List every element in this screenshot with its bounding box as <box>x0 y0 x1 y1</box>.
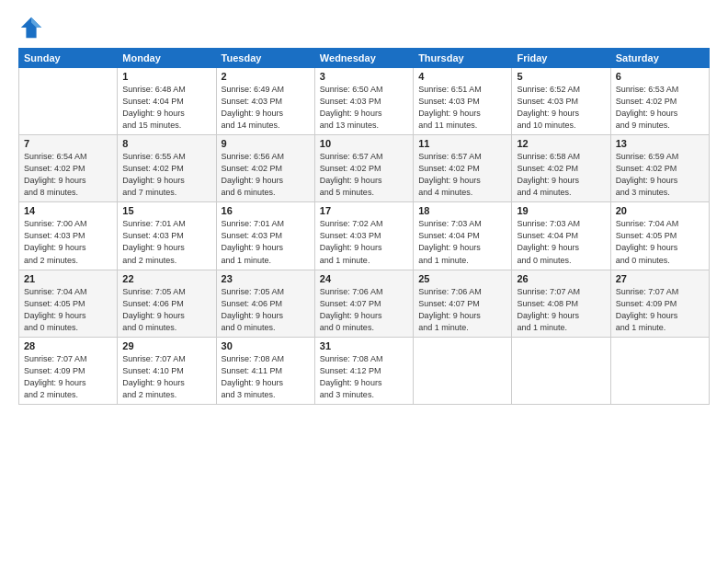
week-row-5: 28Sunrise: 7:07 AM Sunset: 4:09 PM Dayli… <box>19 337 710 404</box>
day-number: 5 <box>517 71 605 82</box>
day-cell: 15Sunrise: 7:01 AM Sunset: 4:03 PM Dayli… <box>118 202 216 270</box>
day-info: Sunrise: 6:51 AM Sunset: 4:03 PM Dayligh… <box>418 84 506 132</box>
day-number: 16 <box>222 205 310 216</box>
day-info: Sunrise: 7:05 AM Sunset: 4:06 PM Dayligh… <box>122 286 210 334</box>
day-number: 27 <box>616 273 704 284</box>
week-row-4: 21Sunrise: 7:04 AM Sunset: 4:05 PM Dayli… <box>19 270 710 337</box>
day-number: 21 <box>24 273 112 284</box>
day-cell: 7Sunrise: 6:54 AM Sunset: 4:02 PM Daylig… <box>19 135 118 202</box>
day-cell: 23Sunrise: 7:05 AM Sunset: 4:06 PM Dayli… <box>216 270 314 337</box>
day-number: 24 <box>320 273 408 284</box>
day-cell: 29Sunrise: 7:07 AM Sunset: 4:10 PM Dayli… <box>118 337 216 404</box>
day-cell: 27Sunrise: 7:07 AM Sunset: 4:09 PM Dayli… <box>610 270 709 337</box>
day-info: Sunrise: 7:06 AM Sunset: 4:07 PM Dayligh… <box>418 286 506 334</box>
day-info: Sunrise: 7:03 AM Sunset: 4:04 PM Dayligh… <box>517 218 605 266</box>
day-info: Sunrise: 7:06 AM Sunset: 4:07 PM Dayligh… <box>320 286 408 334</box>
day-cell <box>512 337 610 404</box>
day-cell: 5Sunrise: 6:52 AM Sunset: 4:03 PM Daylig… <box>512 68 610 135</box>
day-number: 13 <box>616 138 704 149</box>
day-cell: 10Sunrise: 6:57 AM Sunset: 4:02 PM Dayli… <box>314 135 413 202</box>
weekday-header-monday: Monday <box>118 49 216 68</box>
day-cell: 20Sunrise: 7:04 AM Sunset: 4:05 PM Dayli… <box>610 202 709 270</box>
day-cell <box>19 68 118 135</box>
day-number: 14 <box>24 205 112 216</box>
day-number: 30 <box>222 340 310 351</box>
day-cell: 24Sunrise: 7:06 AM Sunset: 4:07 PM Dayli… <box>314 270 413 337</box>
day-number: 17 <box>320 205 408 216</box>
weekday-header-wednesday: Wednesday <box>314 49 413 68</box>
week-row-3: 14Sunrise: 7:00 AM Sunset: 4:03 PM Dayli… <box>19 202 710 270</box>
day-info: Sunrise: 7:00 AM Sunset: 4:03 PM Dayligh… <box>24 218 112 266</box>
day-number: 23 <box>222 273 310 284</box>
day-cell <box>610 337 709 404</box>
day-info: Sunrise: 6:57 AM Sunset: 4:02 PM Dayligh… <box>418 151 506 199</box>
day-info: Sunrise: 7:02 AM Sunset: 4:03 PM Dayligh… <box>320 218 408 266</box>
day-cell: 26Sunrise: 7:07 AM Sunset: 4:08 PM Dayli… <box>512 270 610 337</box>
day-info: Sunrise: 6:53 AM Sunset: 4:02 PM Dayligh… <box>616 84 704 132</box>
day-info: Sunrise: 7:08 AM Sunset: 4:11 PM Dayligh… <box>222 353 310 401</box>
day-cell: 13Sunrise: 6:59 AM Sunset: 4:02 PM Dayli… <box>610 135 709 202</box>
day-number: 8 <box>122 138 210 149</box>
weekday-header-sunday: Sunday <box>19 49 118 68</box>
day-number: 22 <box>122 273 210 284</box>
day-cell: 28Sunrise: 7:07 AM Sunset: 4:09 PM Dayli… <box>19 337 118 404</box>
day-cell: 12Sunrise: 6:58 AM Sunset: 4:02 PM Dayli… <box>512 135 610 202</box>
day-info: Sunrise: 6:57 AM Sunset: 4:02 PM Dayligh… <box>320 151 408 199</box>
day-info: Sunrise: 6:55 AM Sunset: 4:02 PM Dayligh… <box>122 151 210 199</box>
day-cell: 25Sunrise: 7:06 AM Sunset: 4:07 PM Dayli… <box>414 270 512 337</box>
calendar: SundayMondayTuesdayWednesdayThursdayFrid… <box>18 48 710 405</box>
day-number: 7 <box>24 138 112 149</box>
day-number: 9 <box>222 138 310 149</box>
day-number: 11 <box>418 138 506 149</box>
weekday-header-saturday: Saturday <box>610 49 709 68</box>
day-cell: 19Sunrise: 7:03 AM Sunset: 4:04 PM Dayli… <box>512 202 610 270</box>
day-info: Sunrise: 6:52 AM Sunset: 4:03 PM Dayligh… <box>517 84 605 132</box>
day-cell: 6Sunrise: 6:53 AM Sunset: 4:02 PM Daylig… <box>610 68 709 135</box>
day-info: Sunrise: 6:56 AM Sunset: 4:02 PM Dayligh… <box>222 151 310 199</box>
day-info: Sunrise: 7:07 AM Sunset: 4:08 PM Dayligh… <box>517 286 605 334</box>
day-info: Sunrise: 7:05 AM Sunset: 4:06 PM Dayligh… <box>222 286 310 334</box>
day-info: Sunrise: 6:58 AM Sunset: 4:02 PM Dayligh… <box>517 151 605 199</box>
day-info: Sunrise: 7:08 AM Sunset: 4:12 PM Dayligh… <box>320 353 408 401</box>
day-number: 20 <box>616 205 704 216</box>
header <box>18 15 710 40</box>
day-info: Sunrise: 6:48 AM Sunset: 4:04 PM Dayligh… <box>122 84 210 132</box>
day-number: 28 <box>24 340 112 351</box>
day-cell: 16Sunrise: 7:01 AM Sunset: 4:03 PM Dayli… <box>216 202 314 270</box>
day-info: Sunrise: 7:07 AM Sunset: 4:10 PM Dayligh… <box>122 353 210 401</box>
day-cell: 14Sunrise: 7:00 AM Sunset: 4:03 PM Dayli… <box>19 202 118 270</box>
day-info: Sunrise: 7:03 AM Sunset: 4:04 PM Dayligh… <box>418 218 506 266</box>
day-info: Sunrise: 7:07 AM Sunset: 4:09 PM Dayligh… <box>24 353 112 401</box>
day-cell: 17Sunrise: 7:02 AM Sunset: 4:03 PM Dayli… <box>314 202 413 270</box>
day-info: Sunrise: 7:01 AM Sunset: 4:03 PM Dayligh… <box>222 218 310 266</box>
weekday-header-tuesday: Tuesday <box>216 49 314 68</box>
day-cell: 2Sunrise: 6:49 AM Sunset: 4:03 PM Daylig… <box>216 68 314 135</box>
day-cell: 30Sunrise: 7:08 AM Sunset: 4:11 PM Dayli… <box>216 337 314 404</box>
day-number: 31 <box>320 340 408 351</box>
day-cell: 18Sunrise: 7:03 AM Sunset: 4:04 PM Dayli… <box>414 202 512 270</box>
day-info: Sunrise: 6:54 AM Sunset: 4:02 PM Dayligh… <box>24 151 112 199</box>
day-number: 19 <box>517 205 605 216</box>
logo <box>18 15 48 40</box>
day-info: Sunrise: 7:01 AM Sunset: 4:03 PM Dayligh… <box>122 218 210 266</box>
day-number: 18 <box>418 205 506 216</box>
day-number: 26 <box>517 273 605 284</box>
logo-icon <box>18 15 44 40</box>
day-number: 15 <box>122 205 210 216</box>
day-number: 29 <box>122 340 210 351</box>
day-cell: 8Sunrise: 6:55 AM Sunset: 4:02 PM Daylig… <box>118 135 216 202</box>
weekday-header-thursday: Thursday <box>414 49 512 68</box>
weekday-header-row: SundayMondayTuesdayWednesdayThursdayFrid… <box>19 49 710 68</box>
day-info: Sunrise: 6:49 AM Sunset: 4:03 PM Dayligh… <box>222 84 310 132</box>
weekday-header-friday: Friday <box>512 49 610 68</box>
day-number: 3 <box>320 71 408 82</box>
day-number: 10 <box>320 138 408 149</box>
day-info: Sunrise: 6:59 AM Sunset: 4:02 PM Dayligh… <box>616 151 704 199</box>
day-cell: 4Sunrise: 6:51 AM Sunset: 4:03 PM Daylig… <box>414 68 512 135</box>
week-row-2: 7Sunrise: 6:54 AM Sunset: 4:02 PM Daylig… <box>19 135 710 202</box>
day-number: 4 <box>418 71 506 82</box>
day-info: Sunrise: 7:04 AM Sunset: 4:05 PM Dayligh… <box>616 218 704 266</box>
day-number: 2 <box>222 71 310 82</box>
day-cell: 21Sunrise: 7:04 AM Sunset: 4:05 PM Dayli… <box>19 270 118 337</box>
day-cell: 9Sunrise: 6:56 AM Sunset: 4:02 PM Daylig… <box>216 135 314 202</box>
